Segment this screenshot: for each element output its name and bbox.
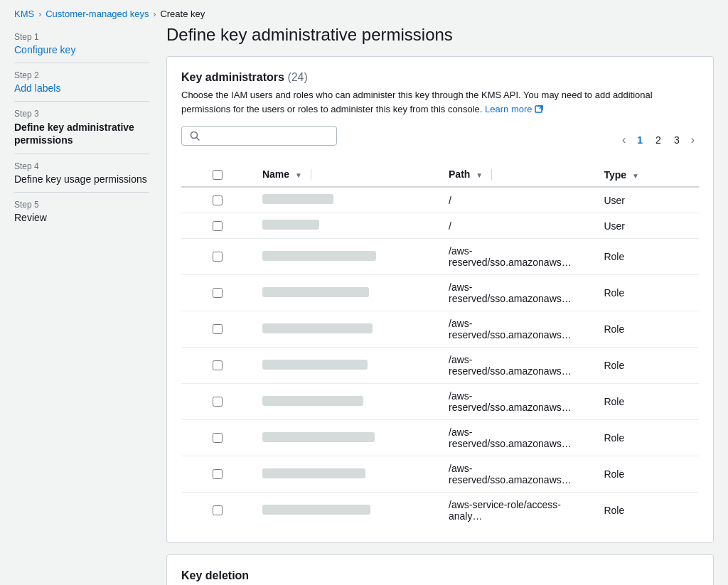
row-checkbox-6[interactable] bbox=[213, 397, 223, 407]
type-cell-3: Role bbox=[595, 275, 699, 311]
learn-more-link[interactable]: Learn more bbox=[485, 104, 543, 114]
breadcrumb-current: Create key bbox=[160, 9, 205, 19]
path-cell-9: /aws-service-role/access-analy… bbox=[440, 493, 595, 529]
key-deletion-card: Key deletion Allow key administrators to… bbox=[166, 554, 714, 585]
step-3-item: Step 3 Define key administrative permiss… bbox=[14, 102, 149, 154]
row-checkbox-8[interactable] bbox=[213, 469, 223, 479]
type-cell-8: Role bbox=[595, 456, 699, 493]
step-1-item: Step 1 Configure key bbox=[14, 25, 149, 63]
path-cell-2: /aws-reserved/sso.amazonaws… bbox=[440, 239, 595, 275]
name-blur-0 bbox=[262, 194, 333, 204]
path-cell-1: / bbox=[440, 213, 595, 239]
type-cell-0: User bbox=[595, 187, 699, 213]
type-sort-icon: ▼ bbox=[632, 172, 639, 180]
table-row: /aws-reserved/sso.amazonaws…Role bbox=[181, 456, 699, 493]
select-all-checkbox[interactable] bbox=[213, 170, 223, 180]
col-header-name: Name ▼ bbox=[254, 163, 440, 187]
path-cell-0: / bbox=[440, 187, 595, 213]
row-checkbox-0[interactable] bbox=[213, 195, 223, 205]
name-blur-5 bbox=[262, 360, 368, 370]
table-row: /User bbox=[181, 187, 699, 213]
type-cell-9: Role bbox=[595, 493, 699, 529]
path-cell-4: /aws-reserved/sso.amazonaws… bbox=[440, 311, 595, 348]
search-icon bbox=[189, 130, 200, 141]
breadcrumb-sep-2: › bbox=[153, 9, 156, 19]
breadcrumb-kms-link[interactable]: KMS bbox=[14, 9, 34, 19]
table-row: /aws-service-role/access-analy…Role bbox=[181, 493, 699, 529]
path-cell-5: /aws-reserved/sso.amazonaws… bbox=[440, 348, 595, 384]
step-4-item: Step 4 Define key usage permissions bbox=[14, 154, 149, 193]
step-2-link[interactable]: Add labels bbox=[14, 82, 60, 94]
type-cell-4: Role bbox=[595, 311, 699, 348]
search-pagination-row: ‹ 1 2 3 › bbox=[181, 126, 699, 154]
key-admins-desc: Choose the IAM users and roles who can a… bbox=[181, 88, 699, 116]
key-deletion-title: Key deletion bbox=[181, 569, 699, 582]
step-5-label: Step 5 bbox=[14, 200, 149, 210]
pagination-page-3[interactable]: 3 bbox=[668, 132, 685, 149]
name-blur-3 bbox=[262, 287, 369, 297]
table-row: /aws-reserved/sso.amazonaws…Role bbox=[181, 275, 699, 311]
row-checkbox-2[interactable] bbox=[213, 252, 223, 262]
pagination-prev-icon[interactable]: ‹ bbox=[618, 131, 630, 149]
key-admins-count: (24) bbox=[287, 71, 307, 83]
breadcrumb-cmk-link[interactable]: Customer-managed keys bbox=[46, 9, 149, 19]
name-blur-1 bbox=[262, 220, 319, 230]
row-checkbox-7[interactable] bbox=[213, 433, 223, 443]
name-blur-2 bbox=[262, 251, 376, 261]
table-row: /aws-reserved/sso.amazonaws…Role bbox=[181, 239, 699, 275]
pagination-page-2[interactable]: 2 bbox=[650, 132, 667, 149]
step-3-label: Step 3 bbox=[14, 109, 149, 119]
name-blur-8 bbox=[262, 468, 365, 478]
path-sort-icon: ▼ bbox=[476, 171, 483, 179]
col-header-type: Type ▼ bbox=[595, 163, 699, 187]
table-row: /aws-reserved/sso.amazonaws…Role bbox=[181, 348, 699, 384]
step-2-label: Step 2 bbox=[14, 70, 149, 80]
svg-line-3 bbox=[197, 138, 200, 141]
step-4-text: Define key usage permissions bbox=[14, 173, 149, 185]
admins-table: Name ▼ Path ▼ Type ▼ bbox=[181, 163, 699, 528]
sidebar: Step 1 Configure key Step 2 Add labels S… bbox=[14, 25, 149, 585]
pagination-page-1[interactable]: 1 bbox=[631, 132, 648, 149]
search-bar[interactable] bbox=[181, 126, 337, 146]
row-checkbox-5[interactable] bbox=[213, 360, 223, 370]
row-checkbox-1[interactable] bbox=[213, 221, 223, 231]
col-header-path: Path ▼ bbox=[440, 163, 595, 187]
type-cell-1: User bbox=[595, 213, 699, 239]
name-blur-4 bbox=[262, 323, 373, 333]
type-cell-7: Role bbox=[595, 420, 699, 456]
step-3-text: Define key administrative permissions bbox=[14, 121, 149, 146]
table-row: /aws-reserved/sso.amazonaws…Role bbox=[181, 420, 699, 456]
name-blur-6 bbox=[262, 396, 363, 406]
step-1-link[interactable]: Configure key bbox=[14, 44, 75, 55]
breadcrumb-sep-1: › bbox=[38, 9, 41, 19]
type-cell-5: Role bbox=[595, 348, 699, 384]
page-title: Define key administrative permissions bbox=[166, 25, 714, 45]
path-cell-6: /aws-reserved/sso.amazonaws… bbox=[440, 384, 595, 420]
table-row: /User bbox=[181, 213, 699, 239]
table-row: /aws-reserved/sso.amazonaws…Role bbox=[181, 384, 699, 420]
breadcrumb: KMS › Customer-managed keys › Create key bbox=[0, 0, 728, 25]
path-cell-7: /aws-reserved/sso.amazonaws… bbox=[440, 420, 595, 456]
step-1-label: Step 1 bbox=[14, 32, 149, 42]
key-admins-card: Key administrators (24) Choose the IAM u… bbox=[166, 56, 714, 543]
path-cell-8: /aws-reserved/sso.amazonaws… bbox=[440, 456, 595, 493]
pagination-next-icon[interactable]: › bbox=[687, 131, 699, 149]
main-content: Define key administrative permissions Ke… bbox=[166, 25, 714, 585]
name-blur-7 bbox=[262, 432, 375, 442]
external-link-icon bbox=[535, 105, 543, 114]
row-checkbox-3[interactable] bbox=[213, 288, 223, 298]
col-header-select bbox=[181, 163, 254, 187]
name-blur-9 bbox=[262, 505, 370, 515]
pagination: ‹ 1 2 3 › bbox=[618, 131, 699, 149]
search-input[interactable] bbox=[205, 130, 329, 141]
step-4-label: Step 4 bbox=[14, 161, 149, 171]
type-cell-2: Role bbox=[595, 239, 699, 275]
row-checkbox-4[interactable] bbox=[213, 324, 223, 334]
name-sort-icon: ▼ bbox=[295, 171, 302, 179]
step-2-item: Step 2 Add labels bbox=[14, 63, 149, 102]
row-checkbox-9[interactable] bbox=[213, 505, 223, 515]
type-cell-6: Role bbox=[595, 384, 699, 420]
step-5-text: Review bbox=[14, 212, 149, 223]
path-cell-3: /aws-reserved/sso.amazonaws… bbox=[440, 275, 595, 311]
key-admins-title: Key administrators (24) bbox=[181, 71, 699, 84]
